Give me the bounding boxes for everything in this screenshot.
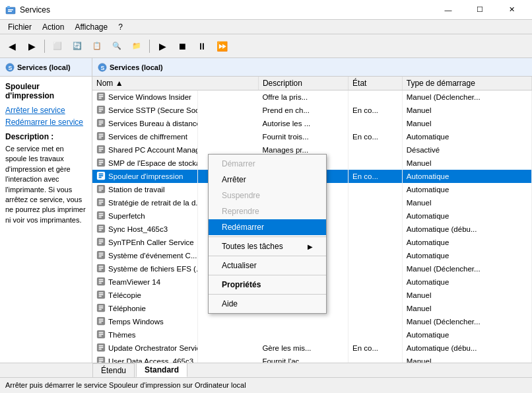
tab-etendu[interactable]: Étendu — [92, 363, 135, 377]
service-state-cell — [349, 223, 403, 236]
service-name-text: User Data Access_465c3 — [108, 357, 193, 363]
context-menu-item[interactable]: Redémarrer — [209, 219, 326, 235]
service-state-cell — [349, 262, 403, 275]
left-panel: S Services (local) Spouleur d'impression… — [0, 58, 92, 363]
service-startup-cell: Manuel — [402, 302, 531, 315]
toolbar-separator-2 — [149, 40, 150, 53]
close-button[interactable]: ✕ — [496, 0, 527, 20]
service-startup-cell: Automatique — [402, 236, 531, 249]
service-state-cell — [349, 249, 403, 262]
svg-rect-26 — [99, 149, 104, 150]
svg-rect-15 — [99, 111, 102, 112]
context-menu-item: Suspendre — [209, 188, 326, 203]
services-icon: S — [5, 63, 15, 72]
context-menu-item[interactable]: Arrêter — [209, 172, 326, 188]
stop-service-link[interactable]: Arrêter le service — [5, 106, 86, 115]
service-name-text: Service SSTP (Secure Socket... — [108, 106, 198, 114]
svg-rect-46 — [99, 215, 104, 216]
svg-rect-86 — [99, 347, 104, 348]
svg-rect-34 — [99, 175, 104, 176]
service-name-text: Services de chiffrement — [108, 133, 187, 141]
service-icon — [96, 330, 106, 340]
service-description: Ce service met en spoule les travaux d'i… — [5, 144, 86, 225]
service-icon — [96, 118, 106, 129]
svg-rect-50 — [99, 228, 104, 229]
context-menu-item[interactable]: Actualiser — [209, 258, 326, 273]
service-name-cell: Télécopie — [92, 289, 198, 302]
service-name-cell: Superfetch — [92, 209, 198, 223]
stop-button[interactable]: ⏹ — [173, 37, 191, 55]
context-menu-item-label: Actualiser — [222, 261, 257, 270]
table-row[interactable]: User Data Access_465c3Fournit l'ac...Man… — [92, 355, 532, 363]
svg-rect-37 — [99, 187, 104, 188]
svg-rect-70 — [99, 294, 104, 295]
context-menu-item[interactable]: Toutes les tâches▶ — [209, 238, 326, 254]
start-button[interactable]: ▶ — [153, 37, 172, 55]
context-menu-separator — [209, 236, 326, 237]
service-icon — [96, 145, 106, 155]
table-row[interactable]: Services Bureau à distanceAutorise les .… — [92, 117, 532, 130]
svg-rect-1 — [7, 6, 10, 8]
svg-rect-22 — [99, 135, 104, 137]
svg-rect-82 — [99, 334, 104, 335]
service-icon — [96, 105, 106, 116]
service-name-cell: TeamViewer 14 — [92, 275, 198, 289]
right-services-icon: S — [98, 63, 107, 72]
toolbar-btn-3[interactable]: 📋 — [88, 37, 106, 55]
service-startup-cell: Automatique — [402, 328, 531, 341]
table-row[interactable]: Service SSTP (Secure Socket...Prend en c… — [92, 104, 532, 117]
maximize-button[interactable]: ☐ — [465, 0, 495, 20]
service-name-text: Service Windows Insider — [108, 93, 191, 101]
minimize-button[interactable]: — — [433, 0, 463, 20]
svg-rect-42 — [99, 201, 104, 203]
svg-rect-45 — [99, 213, 104, 215]
table-row[interactable]: Service Windows InsiderOffre la pris...M… — [92, 90, 532, 104]
context-menu-item[interactable]: Aide — [209, 296, 326, 312]
service-startup-cell: Automatique — [402, 209, 531, 223]
service-icon — [96, 211, 106, 221]
svg-rect-30 — [99, 162, 104, 163]
forward-button[interactable]: ▶ — [22, 37, 41, 55]
menu-affichage[interactable]: Affichage — [69, 21, 113, 33]
toolbar-btn-4[interactable]: 🔍 — [108, 37, 126, 55]
svg-rect-67 — [99, 283, 102, 284]
context-menu-item-label: Aide — [222, 299, 238, 308]
service-desc-cell: Fournit l'ac... — [258, 355, 348, 363]
service-desc-cell: Gère les mis... — [258, 341, 348, 355]
menu-fichier[interactable]: Fichier — [3, 21, 37, 33]
resume-button[interactable]: ⏩ — [213, 37, 231, 55]
table-row[interactable]: Temps WindowsManuel (Déclencher... — [92, 315, 532, 328]
service-startup-cell: Manuel (Déclencher... — [402, 315, 531, 328]
toolbar-btn-2[interactable]: 🔄 — [68, 37, 86, 55]
toolbar-separator-1 — [44, 40, 45, 53]
back-button[interactable]: ◀ — [3, 37, 21, 55]
col-etat[interactable]: État — [349, 77, 403, 90]
context-menu-separator — [209, 256, 326, 256]
col-startup[interactable]: Type de démarrage — [402, 77, 531, 90]
toolbar-btn-5[interactable]: 📁 — [127, 37, 146, 55]
col-desc[interactable]: Description — [258, 77, 348, 90]
svg-rect-43 — [99, 203, 102, 205]
tab-standard[interactable]: Standard — [136, 363, 187, 377]
service-icon — [96, 131, 106, 142]
restart-service-link[interactable]: Redémarrer le service — [5, 118, 86, 127]
service-startup-cell: Désactivé — [402, 143, 531, 157]
service-desc-cell: Fournit trois... — [258, 130, 348, 143]
svg-rect-74 — [99, 307, 104, 308]
table-row[interactable]: Services de chiffrementFournit trois...E… — [92, 130, 532, 143]
menu-action[interactable]: Action — [37, 21, 69, 33]
service-icon — [96, 92, 106, 102]
context-menu-item: Reprendre — [209, 203, 326, 219]
service-name-text: Temps Windows — [108, 318, 164, 326]
svg-rect-10 — [99, 96, 104, 97]
pause-button[interactable]: ⏸ — [193, 37, 211, 55]
context-menu: DémarrerArrêterSuspendreReprendreRedémar… — [208, 154, 327, 314]
toolbar-btn-1[interactable]: ⬜ — [48, 37, 67, 55]
service-name-cell: Stratégie de retrait de la d... — [92, 196, 198, 209]
menu-help[interactable]: ? — [113, 21, 128, 33]
table-row[interactable]: ThèmesAutomatique — [92, 328, 532, 341]
context-menu-item[interactable]: Propriétés — [209, 277, 326, 293]
col-nom[interactable]: Nom ▲ — [92, 77, 258, 90]
service-icon — [96, 171, 106, 182]
table-row[interactable]: Update Orchestrator ServiceGère les mis.… — [92, 341, 532, 355]
